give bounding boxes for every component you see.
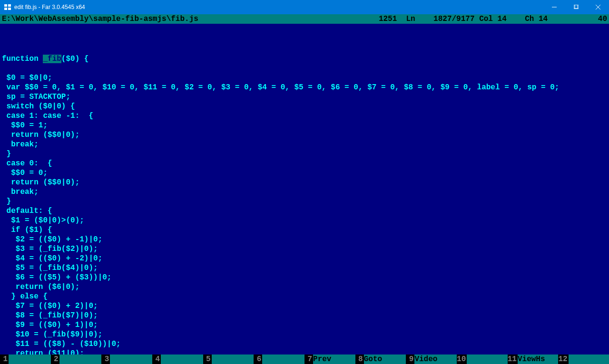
status-col-label: Col [479, 15, 493, 23]
code-line: $9 = (($0) + 1)|0; [2, 320, 607, 330]
code-line: return ($$0|0); [2, 178, 607, 187]
code-line [2, 35, 607, 45]
key-cell-9[interactable]: 9Video [406, 354, 457, 364]
code-line: $$0 = 1; [2, 121, 607, 130]
code-line: $1 = ($0|0)>(0); [2, 216, 607, 225]
code-line: } else { [2, 292, 607, 301]
status-line-pos: 1827/9177 [433, 15, 474, 23]
file-path: E:\Work\WebAssembly\sample-fib-asmjs\fib… [2, 15, 198, 23]
key-number: 3 [101, 354, 110, 364]
editor-area[interactable]: function _fib($0) { $0 = $0|0; var $$0 =… [0, 24, 609, 354]
code-line: $7 = (($0) + 2)|0; [2, 301, 607, 311]
code-line: $5 = (_fib($4)|0); [2, 263, 607, 273]
code-line: function _fib($0) { [2, 54, 607, 64]
key-cell-2[interactable]: 2 [51, 354, 102, 364]
key-label [569, 354, 609, 364]
key-cell-10[interactable]: 10 [457, 354, 508, 364]
code-line: case 1: case -1: { [2, 111, 607, 121]
code-line: $4 = (($0) + -2)|0; [2, 254, 607, 263]
window-titlebar: edit fib.js - Far 3.0.4545 x64 [0, 0, 609, 14]
key-label: ViewHs [518, 354, 558, 364]
status-ch-label: Ch [525, 15, 534, 23]
svg-rect-3 [8, 8, 11, 10]
key-number: 11 [508, 354, 518, 364]
search-highlight: _fib [43, 55, 61, 63]
function-key-bar: 1234567Prev8Goto9Video1011ViewHs12 [0, 354, 609, 364]
code-line: return ($11|0); [2, 349, 607, 354]
key-number: 12 [558, 354, 568, 364]
key-number: 4 [152, 354, 161, 364]
key-label [9, 354, 51, 364]
code-line: $10 = (_fib($9)|0); [2, 330, 607, 339]
code-line: $$0 = 0; [2, 168, 607, 178]
key-cell-12[interactable]: 12 [558, 354, 609, 364]
svg-rect-6 [575, 5, 579, 9]
key-label [161, 354, 203, 364]
editor-status-bar: E:\Work\WebAssembly\sample-fib-asmjs\fib… [0, 14, 609, 24]
key-number: 1 [0, 354, 9, 364]
svg-rect-0 [4, 4, 7, 7]
code-line: break; [2, 140, 607, 149]
code-line: $0 = $0|0; [2, 73, 607, 83]
key-cell-3[interactable]: 3 [101, 354, 152, 364]
key-label: Video [414, 354, 457, 364]
minimize-button[interactable] [543, 0, 565, 14]
status-ln-label: Ln [406, 15, 415, 23]
svg-rect-1 [8, 4, 11, 7]
code-line: default: { [2, 206, 607, 216]
svg-rect-2 [4, 8, 7, 10]
status-col: 14 [498, 15, 507, 23]
key-label [110, 354, 152, 364]
code-line: } [2, 149, 607, 159]
window-title: edit fib.js - Far 3.0.4545 x64 [14, 4, 543, 10]
window-controls [543, 0, 609, 14]
code-line: $2 = (($0) + -1)|0; [2, 235, 607, 244]
svg-rect-5 [574, 5, 578, 9]
code-line: $3 = (_fib($2)|0); [2, 244, 607, 254]
code-line: $6 = (($5) + ($3))|0; [2, 273, 607, 282]
key-cell-4[interactable]: 4 [152, 354, 203, 364]
app-icon [4, 3, 11, 11]
key-number: 8 [355, 354, 364, 364]
code-line: return ($$0|0); [2, 130, 607, 140]
key-cell-6[interactable]: 6 [254, 354, 304, 364]
code-line: break; [2, 187, 607, 197]
code-line: return ($6|0); [2, 282, 607, 292]
key-cell-5[interactable]: 5 [203, 354, 254, 364]
close-button[interactable] [587, 0, 609, 14]
key-label [212, 354, 254, 364]
key-number: 6 [254, 354, 262, 364]
key-cell-8[interactable]: 8Goto [355, 354, 406, 364]
key-cell-1[interactable]: 1 [0, 354, 51, 364]
key-label [262, 354, 304, 364]
code-line: switch ($0|0) { [2, 102, 607, 111]
key-label: Goto [364, 354, 406, 364]
code-line: $11 = (($8) - ($10))|0; [2, 339, 607, 349]
key-number: 7 [304, 354, 313, 364]
key-label [467, 354, 507, 364]
code-line: case 0: { [2, 159, 607, 168]
key-number: 9 [406, 354, 414, 364]
maximize-button[interactable] [565, 0, 587, 14]
code-line: sp = STACKTOP; [2, 92, 607, 102]
code-line: $8 = (_fib($7)|0); [2, 311, 607, 320]
status-codepage: 1251 [379, 15, 397, 23]
key-label: Prev [313, 354, 355, 364]
key-label [59, 354, 102, 364]
key-number: 2 [51, 354, 59, 364]
code-line: } [2, 197, 607, 206]
key-cell-7[interactable]: 7Prev [304, 354, 355, 364]
key-number: 10 [457, 354, 467, 364]
code-line: var $$0 = 0, $1 = 0, $10 = 0, $11 = 0, $… [2, 83, 607, 92]
code-line: if ($1) { [2, 225, 607, 235]
status-ch: 14 [539, 15, 548, 23]
key-number: 5 [203, 354, 212, 364]
key-cell-11[interactable]: 11ViewHs [508, 354, 559, 364]
status-right-num: 40 [598, 15, 607, 23]
